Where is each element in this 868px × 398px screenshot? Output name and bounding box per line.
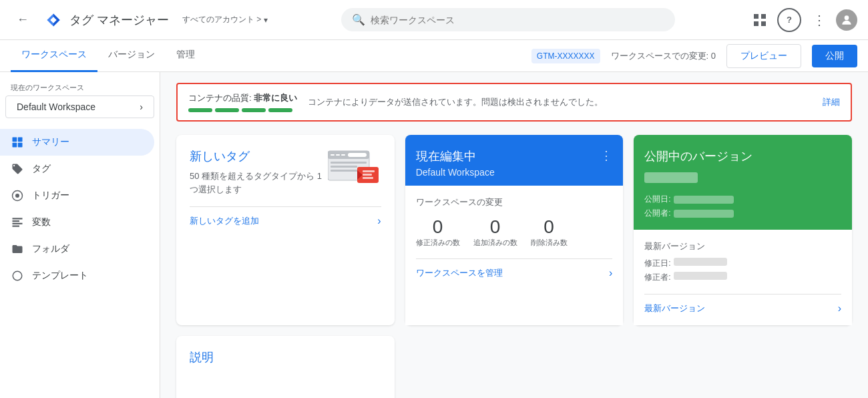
sidebar-item-variables[interactable]: 変数 [0, 209, 154, 236]
sidebar-item-templates[interactable]: テンプレート [0, 262, 154, 289]
quality-bar-3 [242, 108, 266, 112]
published-meta: 公開日: 公開者: [644, 194, 841, 219]
back-button[interactable]: ← [11, 8, 35, 32]
sidebar-item-templates-label: テンプレート [32, 270, 88, 282]
modified-date-value [674, 258, 727, 266]
editing-info: 現在編集中 Default Workspace [416, 148, 495, 178]
tab-version[interactable]: バージョン [97, 40, 166, 72]
svg-rect-24 [331, 166, 357, 168]
help-button[interactable]: ? [777, 8, 801, 32]
folders-icon [11, 242, 24, 256]
chevron-right-icon: › [140, 102, 143, 112]
chevron-right-icon: › [838, 303, 841, 315]
modifier-row: 修正者: [644, 272, 841, 283]
sidebar-item-folders[interactable]: フォルダ [0, 236, 154, 262]
workspace-selector[interactable]: Default Workspace › [5, 95, 154, 118]
svg-rect-20 [336, 154, 340, 156]
svg-rect-30 [363, 177, 373, 179]
svg-rect-29 [363, 174, 372, 176]
svg-rect-12 [13, 218, 23, 219]
new-tag-title: 新しいタグ [190, 148, 322, 164]
empty-col-3 [634, 336, 852, 398]
latest-version-link[interactable]: 最新バージョン › [644, 294, 841, 315]
stat-modified-number: 0 [433, 216, 443, 238]
svg-rect-2 [761, 14, 766, 19]
search-icon: 🔍 [352, 13, 365, 26]
svg-rect-9 [18, 143, 23, 148]
published-header: 公開中のバージョン 公開日: 公開者: [634, 135, 852, 230]
cards-grid: 新しいタグ 50 種類を超えるタグタイプから 1 つ選択します [176, 135, 852, 325]
editing-title: 現在編集中 [416, 148, 495, 164]
stat-added: 0 追加済みの数 [473, 216, 517, 248]
sidebar-item-summary[interactable]: サマリー [0, 129, 154, 156]
avatar[interactable] [836, 9, 857, 31]
sidebar-item-summary-label: サマリー [32, 136, 69, 148]
chevron-down-icon: ▾ [264, 15, 268, 25]
stat-deleted-label: 削除済み数 [531, 238, 568, 248]
new-tag-top: 新しいタグ 50 種類を超えるタグタイプから 1 つ選択します [190, 148, 381, 196]
main-content: コンテナの品質: 非常に良い コンテナによりデータが送信されています。問題は検出… [160, 72, 868, 398]
editing-more-button[interactable]: ⋮ [600, 148, 612, 163]
quality-left: コンテナの品質: 非常に良い [188, 92, 297, 112]
changes-count: ワークスペースでの変更: 0 [611, 50, 716, 62]
grid-icon-button[interactable] [748, 8, 772, 32]
tags-icon [11, 162, 24, 176]
modifier-label: 修正者: [644, 272, 670, 283]
publish-date-label: 公開日: [644, 194, 670, 205]
stat-added-number: 0 [490, 216, 501, 238]
tab-admin[interactable]: 管理 [166, 40, 206, 72]
stat-modified-label: 修正済みの数 [416, 238, 460, 248]
gtm-logo-icon [43, 9, 64, 31]
published-title: 公開中のバージョン [644, 148, 841, 164]
stat-modified: 0 修正済みの数 [416, 216, 460, 248]
summary-icon [11, 136, 24, 149]
sidebar-item-tags-label: タグ [32, 163, 51, 175]
stat-deleted: 0 削除済み数 [531, 216, 568, 248]
new-tag-link-label: 新しいタグを追加 [190, 215, 259, 227]
svg-point-11 [15, 194, 19, 198]
sidebar: 現在のワークスペース Default Workspace › サマリー タグ ト… [0, 72, 160, 398]
empty-col-2 [405, 336, 624, 398]
svg-rect-19 [331, 154, 335, 156]
account-selector[interactable]: すべてのアカウント > ▾ [182, 14, 268, 25]
new-tag-add-link[interactable]: 新しいタグを追加 › [190, 206, 381, 227]
svg-rect-7 [18, 138, 23, 142]
editing-bottom-title: ワークスペースの変更 [416, 196, 613, 208]
nav-right: GTM-XXXXXXX ワークスペースでの変更: 0 プレビュー 公開 [531, 44, 857, 68]
svg-rect-13 [13, 220, 20, 222]
more-options-button[interactable]: ⋮ [807, 8, 831, 32]
sidebar-item-folders-label: フォルダ [32, 243, 69, 255]
svg-rect-3 [754, 21, 758, 26]
svg-rect-6 [13, 138, 17, 142]
publish-button[interactable]: 公開 [812, 45, 857, 67]
preview-button[interactable]: プレビュー [726, 44, 801, 68]
modified-date-row: 修正日: [644, 258, 841, 269]
app-title: タグ マネージャー [69, 12, 169, 28]
chevron-right-icon: › [377, 215, 381, 227]
svg-point-16 [13, 271, 22, 280]
svg-rect-15 [13, 226, 20, 227]
user-icon [840, 13, 853, 27]
stat-deleted-number: 0 [544, 216, 554, 238]
modifier-value [674, 272, 727, 280]
sidebar-item-triggers[interactable]: トリガー [0, 182, 154, 209]
svg-rect-8 [13, 143, 17, 148]
search-input[interactable] [371, 15, 664, 25]
modified-date-label: 修正日: [644, 258, 670, 269]
tab-workspace[interactable]: ワークスペース [11, 40, 97, 72]
svg-rect-22 [348, 153, 367, 157]
svg-rect-28 [363, 170, 375, 172]
sidebar-item-triggers-label: トリガー [32, 190, 69, 202]
quality-title-label: コンテナの品質: [188, 93, 252, 103]
quality-bar-4 [268, 108, 292, 112]
quality-detail-link[interactable]: 詳細 [823, 96, 840, 108]
quality-bar-1 [188, 108, 212, 112]
description-title: 説明 [190, 349, 381, 374]
quality-bar-2 [215, 108, 239, 112]
app-logo: タグ マネージャー [43, 9, 169, 31]
nav-tabs: ワークスペース バージョン 管理 GTM-XXXXXXX ワークスペースでの変更… [0, 40, 868, 72]
sidebar-item-tags[interactable]: タグ [0, 156, 154, 182]
svg-rect-14 [13, 223, 23, 224]
manage-workspace-link[interactable]: ワークスペースを管理 › [416, 258, 613, 279]
published-date-row: 公開日: [644, 194, 841, 205]
